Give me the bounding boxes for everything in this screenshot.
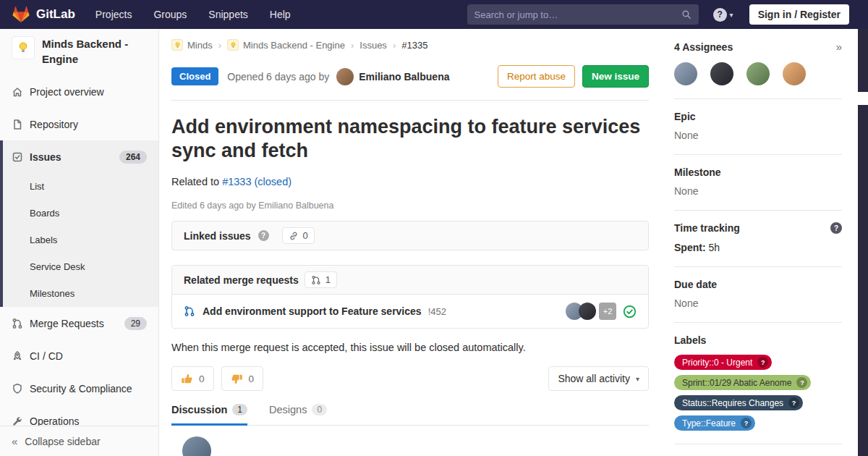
assignee-avatars (674, 62, 842, 85)
mr-extra-assignees-badge[interactable]: +2 (599, 303, 616, 320)
breadcrumb-project[interactable]: Minds Backend - Engine (227, 39, 345, 51)
home-icon (12, 86, 23, 98)
scoped-label-help-icon[interactable]: ? (741, 418, 752, 428)
rocket-icon (12, 350, 23, 362)
author-avatar[interactable] (336, 68, 354, 85)
global-search-box[interactable] (467, 4, 699, 25)
show-all-activity-label: Show all activity (558, 373, 630, 384)
related-mrs-panel: Related merge requests 1 Add environment… (171, 265, 649, 329)
time-tracking-section: Time tracking ? Spent:5h (674, 211, 842, 267)
assignee-avatar[interactable] (746, 62, 770, 85)
breadcrumb-label[interactable]: Issues (359, 40, 387, 51)
help-icon[interactable]: ? (258, 230, 269, 241)
tab-discussion[interactable]: Discussion 1 (171, 404, 247, 425)
merge-request-row: Add environment support to Feature servi… (172, 295, 648, 328)
related-issue-link[interactable]: #1333 (closed) (222, 176, 292, 187)
help-icon[interactable]: ? (830, 222, 842, 234)
nav-link-projects[interactable]: Projects (95, 9, 132, 20)
tab-label: Designs (269, 404, 307, 415)
due-date-section: Due date None (674, 267, 842, 323)
brand-name[interactable]: GitLab (36, 7, 75, 22)
sign-in-button[interactable]: Sign in / Register (749, 4, 849, 25)
merge-request-icon (184, 305, 195, 317)
label-pill[interactable]: Status::Requires Changes ? (674, 395, 803, 410)
gitlab-home-link[interactable]: GitLab (12, 5, 75, 24)
breadcrumb-label[interactable]: Minds (187, 40, 213, 51)
breadcrumb: Minds › Minds Backend - Engine › Issues … (171, 29, 649, 51)
thumbs-up-icon (181, 373, 193, 385)
help-icon[interactable]: ? (713, 8, 727, 22)
author-name[interactable]: Emiliano Balbuena (359, 71, 449, 83)
sidebar-item-project-overview[interactable]: Project overview (0, 75, 158, 108)
nav-link-help[interactable]: Help (270, 9, 291, 20)
time-spent-line: Spent:5h (674, 242, 842, 253)
search-icon (681, 9, 692, 20)
lightbulb-icon (174, 41, 182, 49)
label-text: Status::Requires Changes (682, 398, 783, 408)
issue-status-bar: Closed Opened 6 days ago by Emiliano Bal… (171, 65, 649, 101)
label-pill[interactable]: Type::Feature ? (674, 415, 755, 431)
sidebar-subitem-milestones[interactable]: Milestones (0, 280, 158, 307)
issue-tabs: Discussion 1 Designs 0 (171, 404, 649, 426)
mr-title-link[interactable]: Add environment support to Feature servi… (203, 305, 422, 317)
comment-author-avatar[interactable] (182, 436, 211, 456)
sidebar-item-label: Security & Compliance (30, 383, 132, 394)
project-context-header[interactable]: Minds Backend - Engine (0, 29, 158, 75)
sidebar-subitem-service-desk[interactable]: Service Desk (0, 253, 158, 280)
issue-title: Add environment namespacing to feature s… (171, 115, 649, 163)
sidebar-item-issues[interactable]: Issues 264 (0, 140, 158, 173)
label-pill[interactable]: Sprint::01/29 Abatic Aenome ? (674, 375, 811, 390)
thumbs-down-icon (231, 373, 243, 385)
new-issue-button[interactable]: New issue (582, 65, 649, 88)
scoped-label-help-icon[interactable]: ? (757, 357, 768, 368)
issue-page-content: Minds › Minds Backend - Engine › Issues … (159, 29, 661, 456)
due-date-title: Due date (674, 279, 842, 290)
gitlab-logo-icon (12, 5, 30, 24)
scoped-label-help-icon[interactable]: ? (788, 397, 799, 408)
merge-request-icon (12, 318, 23, 329)
show-all-activity-dropdown[interactable]: Show all activity ▾ (548, 366, 649, 391)
breadcrumb-issues[interactable]: Issues (359, 40, 387, 51)
scrollbar[interactable] (858, 29, 868, 92)
thumbs-up-button[interactable]: 0 (171, 366, 214, 391)
labels-title: Labels (674, 334, 842, 346)
sidebar-item-merge-requests[interactable]: Merge Requests 29 (0, 307, 158, 339)
labels-section: Labels Priority::0 - Urgent ? Sprint::01… (674, 323, 842, 444)
nav-link-groups[interactable]: Groups (153, 9, 187, 20)
chevron-double-right-icon[interactable]: » (836, 41, 842, 53)
sidebar-item-ci-cd[interactable]: CI / CD (0, 339, 158, 372)
linked-issues-title: Linked issues (184, 230, 251, 242)
mr-assignee-avatar[interactable] (579, 303, 596, 320)
search-input[interactable] (475, 9, 681, 20)
label-text: Type::Feature (682, 418, 736, 428)
breadcrumb-group[interactable]: Minds (171, 39, 213, 51)
assignee-avatar[interactable] (674, 62, 697, 85)
report-abuse-button[interactable]: Report abuse (498, 65, 575, 88)
assignee-avatar[interactable] (710, 62, 733, 85)
help-dropdown[interactable]: ? ▾ (713, 8, 733, 22)
sidebar-subitem-boards[interactable]: Boards (0, 200, 158, 227)
sidebar-subitem-labels[interactable]: Labels (0, 227, 158, 253)
label-pill[interactable]: Priority::0 - Urgent ? (674, 355, 772, 370)
award-emoji-row: 0 0 Show all activity ▾ (171, 366, 649, 391)
link-icon (289, 231, 299, 241)
scoped-label-help-icon[interactable]: ? (796, 377, 807, 388)
related-mrs-title: Related merge requests (184, 274, 299, 286)
mr-count-badge: 29 (124, 317, 147, 330)
nav-link-snippets[interactable]: Snippets (208, 9, 247, 20)
collapse-sidebar-button[interactable]: « Collapse sidebar (0, 426, 158, 456)
chevron-down-icon: ▾ (636, 375, 639, 383)
issue-right-sidebar: 4 Assignees » Epic None Milestone None T… (661, 29, 858, 456)
scrollbar[interactable] (858, 105, 868, 456)
assignee-avatar[interactable] (783, 62, 806, 85)
thumbs-down-button[interactable]: 0 (221, 366, 264, 391)
chevron-double-left-icon: « (12, 435, 17, 447)
lightbulb-icon (229, 41, 237, 49)
breadcrumb-label[interactable]: Minds Backend - Engine (243, 40, 345, 51)
tab-designs[interactable]: Designs 0 (269, 404, 327, 425)
sidebar-item-security-compliance[interactable]: Security & Compliance (0, 372, 158, 405)
milestone-section: Milestone None (674, 155, 842, 211)
sidebar-item-repository[interactable]: Repository (0, 108, 158, 140)
sidebar-subitem-list[interactable]: List (0, 173, 158, 200)
auto-close-note: When this merge request is accepted, thi… (171, 342, 649, 353)
